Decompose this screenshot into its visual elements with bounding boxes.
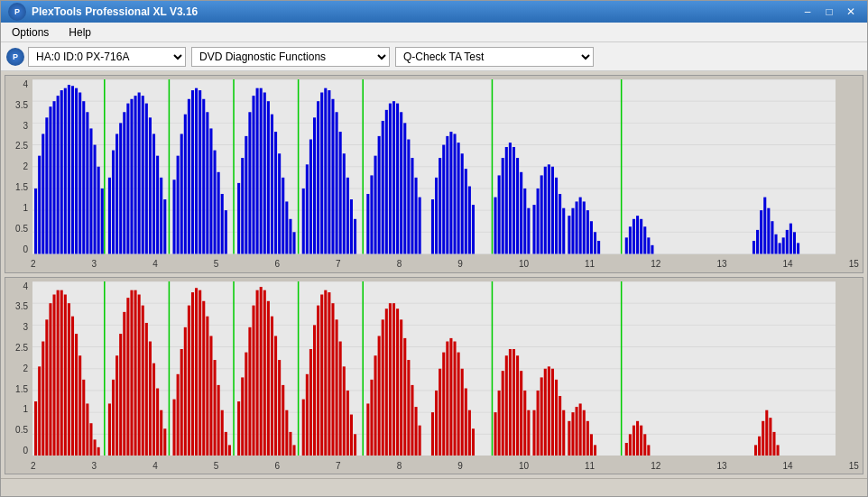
svg-rect-16 (34, 189, 37, 254)
svg-rect-123 (472, 205, 475, 253)
svg-rect-63 (217, 172, 220, 254)
title-bar-controls: – □ ✕ (799, 5, 860, 19)
svg-rect-22 (57, 96, 60, 253)
svg-rect-286 (435, 390, 438, 456)
svg-rect-148 (586, 210, 589, 253)
svg-rect-140 (555, 178, 558, 254)
svg-rect-115 (442, 145, 445, 254)
menu-options[interactable]: Options (6, 24, 54, 41)
svg-rect-281 (407, 360, 410, 456)
svg-rect-137 (544, 167, 547, 254)
svg-rect-96 (354, 219, 356, 254)
drive-select[interactable]: HA:0 ID:0 PX-716A (28, 47, 186, 67)
svg-rect-332 (758, 436, 761, 456)
close-button[interactable]: ✕ (842, 5, 860, 19)
menu-help[interactable]: Help (63, 24, 97, 41)
svg-rect-64 (221, 194, 224, 254)
svg-rect-45 (145, 104, 148, 254)
svg-rect-170 (790, 224, 792, 254)
svg-rect-120 (461, 153, 464, 253)
svg-rect-72 (260, 88, 263, 254)
svg-rect-66 (237, 183, 240, 254)
svg-rect-212 (126, 298, 129, 456)
svg-rect-318 (576, 407, 578, 456)
svg-rect-52 (177, 156, 180, 254)
svg-rect-327 (636, 420, 639, 456)
svg-rect-93 (343, 153, 346, 253)
svg-rect-164 (767, 208, 770, 254)
svg-rect-37 (115, 133, 118, 253)
svg-rect-145 (576, 201, 578, 253)
svg-rect-117 (449, 132, 452, 253)
svg-rect-99 (374, 156, 377, 254)
svg-rect-90 (331, 99, 334, 254)
svg-rect-160 (753, 241, 755, 254)
svg-rect-55 (188, 99, 190, 254)
svg-rect-272 (374, 355, 377, 456)
bottom-chart-x-axis: 2 3 4 5 6 7 8 9 10 11 12 13 14 15 (31, 457, 859, 474)
function-select[interactable]: DVD Diagnostic Functions (191, 47, 390, 67)
svg-rect-316 (568, 420, 570, 456)
svg-rect-68 (245, 136, 247, 254)
svg-rect-310 (544, 368, 547, 456)
svg-rect-98 (370, 175, 373, 253)
title-bar-left: P PlexTools Professional XL V3.16 (8, 3, 198, 21)
svg-rect-324 (625, 442, 628, 456)
svg-rect-127 (505, 147, 508, 254)
svg-rect-135 (537, 189, 540, 254)
svg-rect-84 (309, 140, 312, 254)
svg-rect-314 (559, 395, 561, 456)
svg-rect-270 (366, 403, 369, 456)
svg-rect-33 (97, 167, 100, 254)
svg-rect-28 (78, 93, 81, 254)
svg-rect-97 (366, 194, 369, 254)
svg-rect-282 (411, 384, 413, 456)
svg-rect-315 (562, 410, 565, 456)
svg-rect-27 (75, 88, 78, 254)
svg-rect-235 (217, 384, 220, 456)
svg-rect-153 (629, 226, 632, 253)
svg-rect-301 (509, 348, 512, 456)
svg-rect-302 (512, 348, 515, 456)
svg-rect-104 (392, 101, 395, 253)
svg-rect-43 (138, 93, 141, 254)
svg-rect-20 (49, 106, 51, 253)
svg-rect-41 (130, 99, 133, 254)
svg-rect-91 (336, 112, 338, 253)
svg-rect-69 (248, 112, 251, 253)
svg-rect-201 (78, 355, 81, 456)
minimize-button[interactable]: – (799, 5, 817, 19)
test-select[interactable]: Q-Check TA Test (395, 47, 594, 67)
svg-rect-265 (339, 341, 342, 456)
bottom-chart-container: 4 3.5 3 2.5 2 1.5 1 0.5 0 (5, 277, 863, 475)
svg-rect-214 (134, 290, 137, 456)
svg-rect-312 (551, 368, 554, 456)
svg-rect-231 (202, 300, 205, 456)
svg-rect-250 (278, 360, 281, 456)
svg-rect-208 (112, 379, 115, 456)
menu-bar: Options Help (1, 23, 867, 42)
svg-rect-279 (400, 319, 402, 456)
app-title: PlexTools Professional XL V3.16 (32, 5, 198, 18)
svg-rect-191 (42, 341, 44, 456)
svg-rect-161 (756, 230, 759, 254)
svg-rect-255 (302, 399, 305, 456)
svg-rect-74 (267, 101, 270, 253)
svg-rect-242 (248, 327, 251, 456)
svg-rect-126 (502, 158, 504, 253)
svg-rect-58 (199, 90, 201, 253)
svg-rect-219 (152, 363, 155, 456)
svg-rect-44 (142, 96, 144, 253)
maximize-button[interactable]: □ (820, 5, 838, 19)
svg-rect-132 (523, 189, 526, 254)
svg-rect-240 (241, 377, 244, 456)
svg-rect-60 (206, 112, 208, 253)
svg-rect-73 (263, 93, 266, 254)
bottom-chart-svg (32, 281, 836, 456)
top-chart-area (32, 79, 836, 254)
svg-rect-165 (771, 221, 773, 253)
svg-rect-157 (643, 226, 646, 253)
svg-rect-234 (214, 360, 217, 456)
svg-rect-237 (225, 431, 227, 456)
svg-rect-108 (407, 140, 410, 254)
